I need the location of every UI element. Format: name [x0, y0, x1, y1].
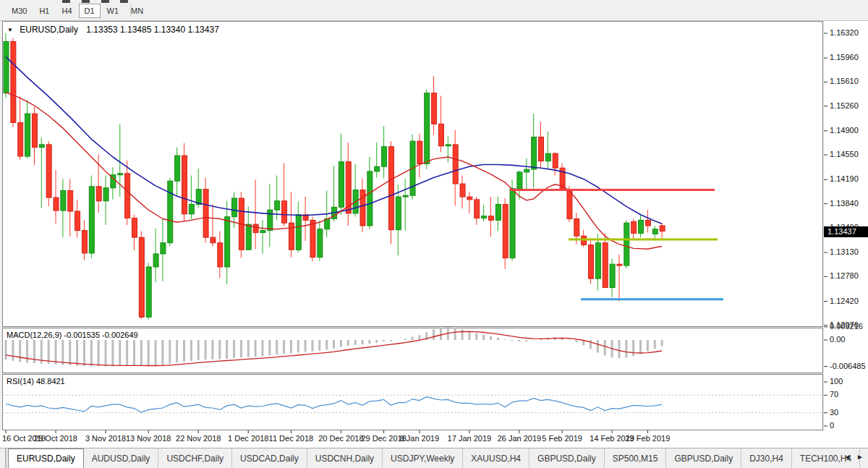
date-label: 13 Nov 2018 [126, 434, 171, 443]
date-label: 1 Dec 2018 [228, 434, 268, 443]
timeframe-button-mn[interactable]: MN [125, 4, 149, 18]
clipped-toolbar-icon [82, 0, 90, 3]
rsi-pane[interactable] [2, 374, 823, 430]
symbol-tab[interactable]: USDCNH,Daily [307, 448, 383, 468]
symbol-tab[interactable]: AUDUSD,Daily [84, 448, 159, 468]
macd-name: MACD(12,26,9) [7, 331, 61, 339]
timeframe-button-h4[interactable]: H4 [56, 4, 77, 18]
clipped-toolbar-icon [120, 0, 128, 3]
price-axis-label: 1.14190 [830, 174, 859, 183]
tab-scroll-arrows: ◄ ► [841, 451, 867, 462]
symbol-tab[interactable]: DJ30,H4 [741, 448, 792, 468]
symbol-tab[interactable]: XAUUSD,H4 [463, 448, 529, 468]
tabbar-gutter [0, 448, 7, 468]
chart-symbol-label: EURUSD,Daily [20, 25, 78, 35]
chart-title: ▼ EURUSD,Daily 1.13353 1.13485 1.13340 1… [7, 25, 219, 35]
price-axis-label: 1.12780 [830, 271, 859, 280]
rsi-axis-label: 30 [830, 408, 838, 417]
price-axis-label: 1.15610 [830, 77, 859, 85]
clipped-toolbar-icon [62, 0, 70, 3]
symbol-dropdown-icon: ▼ [7, 27, 13, 33]
price-axis-label: 1.13840 [830, 199, 859, 208]
timeframe-button-d1[interactable]: D1 [79, 4, 101, 18]
rsi-axis-label: 100 [830, 377, 843, 386]
price-axis-label: 1.16320 [830, 28, 859, 37]
timeframe-button-w1[interactable]: W1 [101, 4, 125, 18]
price-axis-label: 1.12420 [830, 297, 859, 305]
date-label: 17 Jan 2019 [448, 434, 492, 443]
date-label: 25 Oct 2018 [34, 434, 77, 443]
symbol-tab[interactable]: SP500,M15 [605, 448, 667, 468]
price-axis-label: 1.15260 [830, 101, 859, 110]
rsi-indicator-label: RSI(14) 48.8421 [7, 377, 65, 386]
chart-ohlc-values: 1.13353 1.13485 1.13340 1.13437 [86, 25, 219, 35]
symbol-tab[interactable]: GBPUSD,Daily [666, 448, 741, 468]
symbol-tab[interactable]: USDCHF,Daily [158, 448, 232, 468]
tab-scroll-left-icon[interactable]: ◄ [841, 451, 854, 462]
timeframe-buttons: M30H1H4D1W1MN [6, 4, 150, 18]
date-label: 3 Nov 2018 [85, 434, 126, 443]
timeframe-button-h1[interactable]: H1 [33, 4, 55, 18]
date-label: 8 Jan 2019 [400, 434, 439, 443]
symbol-tab[interactable]: USDCAD,Daily [232, 448, 307, 468]
date-label: 26 Jan 2019 [498, 434, 542, 443]
macd-indicator-label: MACD(12,26,9) -0.001535 -0.002649 [7, 331, 138, 339]
date-label: 5 Feb 2019 [542, 434, 582, 443]
timeframe-button-m30[interactable]: M30 [6, 4, 33, 18]
toolbar-divider [130, 3, 131, 17]
macd-axis-label: 0.003216 [830, 322, 863, 331]
mt4-window: M30H1H4D1W1MN ▼ EURUSD,Daily 1.13353 1.1… [0, 0, 868, 468]
macd-axis-label: -0.006485 [830, 362, 866, 370]
date-label: 11 Dec 2018 [269, 434, 314, 443]
date-label: 23 Feb 2019 [626, 434, 671, 443]
price-axis-label: 1.14550 [830, 150, 859, 158]
tab-scroll-right-icon[interactable]: ► [854, 451, 867, 462]
rsi-name: RSI(14) [7, 377, 34, 386]
macd-values: -0.001535 -0.002649 [64, 331, 137, 339]
current-price-badge: 1.13437 [824, 226, 868, 237]
date-label: 22 Nov 2018 [176, 434, 221, 443]
symbol-tab[interactable]: USDJPY,Weekly [383, 448, 463, 468]
clipped-toolbar-icon [101, 0, 109, 3]
date-label: 20 Dec 2018 [318, 434, 363, 443]
symbol-tab[interactable]: GBPUSD,Daily [529, 448, 605, 468]
price-chart-pane[interactable] [2, 21, 823, 327]
symbol-tab[interactable]: EURUSD,Daily [8, 448, 84, 468]
price-axis-label: 1.14900 [830, 126, 859, 135]
rsi-axis-label: 70 [830, 390, 838, 399]
timeframe-toolbar: M30H1H4D1W1MN [0, 0, 868, 21]
price-axis-label: 1.15960 [830, 53, 859, 61]
rsi-axis-label: 0 [830, 421, 834, 430]
rsi-value: 48.8421 [36, 377, 65, 386]
symbol-tabbar: EURUSD,DailyAUDUSD,DailyUSDCHF,DailyUSDC… [0, 448, 868, 468]
macd-axis-label: 0.00 [830, 335, 845, 344]
price-axis-label: 1.13130 [830, 247, 859, 256]
